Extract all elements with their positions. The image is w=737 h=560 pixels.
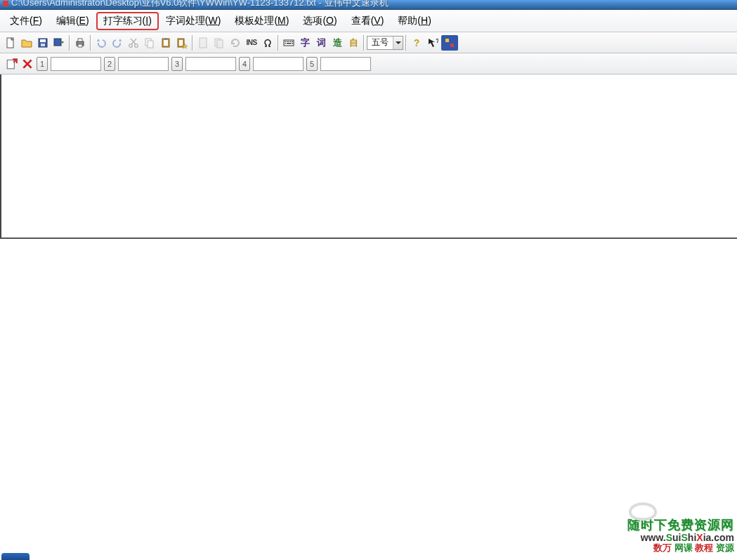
svg-rect-32	[445, 39, 449, 42]
svg-rect-4	[54, 39, 61, 46]
candidate-close-icon[interactable]	[21, 58, 34, 70]
cut-button[interactable]	[126, 35, 141, 51]
print-icon	[74, 37, 86, 48]
svg-text:?: ?	[436, 37, 438, 44]
svg-rect-11	[148, 41, 153, 48]
svg-rect-25	[292, 41, 294, 42]
svg-rect-23	[289, 41, 290, 42]
paste-icon	[160, 37, 171, 48]
insert-mode-button[interactable]: INS	[244, 35, 259, 51]
ci-label: 词	[317, 37, 326, 49]
svg-rect-26	[285, 43, 287, 44]
candidate-3-input[interactable]	[185, 57, 236, 71]
undo-button[interactable]	[93, 35, 109, 51]
candidate-5-input[interactable]	[320, 57, 371, 71]
menu-edit[interactable]: 编辑(E)	[49, 12, 96, 30]
svg-rect-2	[40, 39, 46, 42]
svg-point-9	[135, 44, 138, 47]
ins-label: INS	[246, 39, 256, 46]
toolbar-separator	[278, 35, 279, 51]
svg-point-8	[129, 44, 133, 47]
docs-button[interactable]	[211, 35, 227, 51]
arrow-question-icon: ?	[427, 37, 438, 48]
chevron-down-icon	[393, 37, 403, 49]
upper-editor-pane[interactable]	[0, 74, 737, 239]
candidate-3-number[interactable]: 3	[171, 57, 183, 71]
svg-rect-24	[290, 41, 292, 42]
toolbar-separator	[69, 35, 70, 51]
cut-icon	[128, 37, 139, 48]
candidate-bar: 1 2 3 4 5	[0, 53, 737, 74]
svg-rect-6	[78, 39, 82, 41]
svg-text:?: ?	[414, 37, 420, 48]
svg-rect-28	[292, 43, 294, 44]
svg-rect-19	[217, 40, 223, 48]
menu-file[interactable]: 文件(F)	[3, 12, 49, 30]
paste-star-icon	[176, 37, 188, 48]
save-as-button[interactable]	[51, 35, 67, 51]
copy-icon	[144, 37, 155, 48]
candidate-5-number[interactable]: 5	[306, 57, 318, 71]
svg-rect-21	[285, 41, 287, 42]
candidate-4-input[interactable]	[253, 57, 304, 71]
ime-button[interactable]	[441, 35, 458, 51]
candidate-4-number[interactable]: 4	[239, 57, 250, 71]
watermark-line3: 数万 网课 教程 资源	[627, 542, 734, 554]
watermark: 随时下免费资源网 www.SuiShiXia.com 数万 网课 教程 资源	[627, 516, 734, 554]
redo-icon	[112, 37, 123, 48]
refresh-button[interactable]	[228, 35, 243, 51]
paste-button[interactable]	[158, 35, 174, 51]
keyboard-button[interactable]	[281, 35, 296, 51]
doc-button[interactable]	[195, 35, 211, 51]
undo-icon	[96, 37, 107, 48]
app-icon	[3, 1, 8, 6]
whats-this-button[interactable]: ?	[425, 35, 441, 51]
toolbar-separator	[192, 35, 193, 51]
documents-icon	[214, 37, 225, 48]
new-file-button[interactable]	[3, 35, 18, 51]
font-size-value: 五号	[367, 37, 393, 48]
save-button[interactable]	[35, 35, 51, 51]
menu-word-processing[interactable]: 字词处理(W)	[159, 12, 228, 30]
svg-rect-34	[7, 60, 14, 68]
menu-template-processing[interactable]: 模板处理(M)	[228, 12, 296, 30]
ime-icon	[444, 37, 455, 48]
candidate-send-icon[interactable]	[6, 58, 18, 70]
svg-rect-33	[450, 44, 454, 47]
candidate-1-input[interactable]	[51, 57, 101, 71]
menubar: 文件(F) 编辑(E) 打字练习(I) 字词处理(W) 模板处理(M) 选项(O…	[0, 10, 737, 32]
menu-help[interactable]: 帮助(H)	[391, 12, 438, 30]
candidate-1-number[interactable]: 1	[37, 57, 48, 71]
candidate-2-number[interactable]: 2	[104, 57, 115, 71]
save-arrow-icon	[53, 37, 65, 48]
paste-special-button[interactable]	[174, 35, 190, 51]
window-title: C:\Users\Administrator\Desktop\亚伟V6.0软件\…	[11, 0, 389, 9]
zi-label: 字	[301, 37, 310, 49]
open-folder-icon	[21, 37, 32, 48]
refresh-icon	[230, 37, 241, 48]
print-button[interactable]	[72, 35, 88, 51]
svg-rect-17	[200, 38, 207, 48]
svg-rect-13	[164, 40, 168, 46]
open-file-button[interactable]	[19, 35, 34, 51]
copy-button[interactable]	[142, 35, 157, 51]
word-button[interactable]: 词	[313, 35, 329, 51]
create-button[interactable]: 造	[330, 35, 345, 51]
omega-button[interactable]	[260, 35, 275, 51]
save-icon	[37, 37, 48, 48]
toolbar-separator	[405, 35, 407, 51]
help-button[interactable]: ?	[409, 35, 424, 51]
menu-typing-practice[interactable]: 打字练习(I)	[96, 12, 159, 30]
menu-view[interactable]: 查看(V)	[344, 12, 391, 30]
question-icon: ?	[411, 37, 422, 48]
toolbar: INS 字 词 造 自 五号 ? ?	[0, 32, 737, 53]
menu-options[interactable]: 选项(O)	[296, 12, 344, 30]
document-icon	[197, 37, 209, 48]
window-titlebar: C:\Users\Administrator\Desktop\亚伟V6.0软件\…	[0, 0, 737, 10]
auto-button[interactable]: 自	[346, 35, 361, 51]
font-size-dropdown[interactable]: 五号	[367, 36, 403, 50]
char-button[interactable]: 字	[297, 35, 313, 51]
candidate-2-input[interactable]	[118, 57, 169, 71]
redo-button[interactable]	[110, 35, 125, 51]
svg-rect-7	[78, 44, 82, 47]
